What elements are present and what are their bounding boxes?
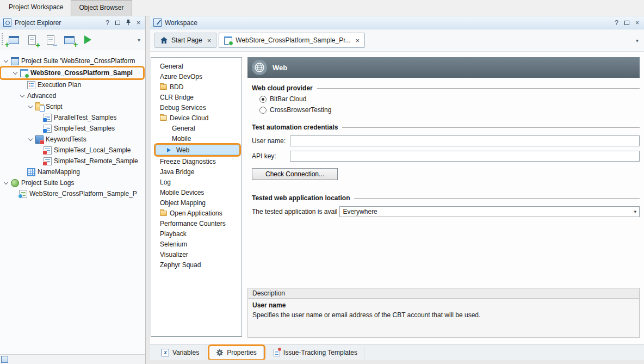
- doc-tab-start-page[interactable]: Start Page ×: [154, 33, 216, 48]
- radio-bitbar-cloud[interactable]: BitBar Cloud: [259, 95, 640, 103]
- bottom-tab-label: Properties: [227, 349, 257, 356]
- props-nav-item-mobile-devices-12[interactable]: Mobile Devices: [151, 187, 242, 198]
- props-nav-item-java-bridge-10[interactable]: Java Bridge: [151, 166, 242, 177]
- bottom-tab-issue-tracking-templates[interactable]: Issue-Tracking Templates: [267, 346, 364, 359]
- window-arrow-icon: [64, 36, 75, 44]
- tree-item-webstore-crossplatform-sample-p[interactable]: WebStore_CrossPlatform_Sample_P: [0, 188, 145, 199]
- tree-item-namemapping[interactable]: NameMapping: [0, 166, 145, 177]
- props-nav-label: CLR Bridge: [160, 94, 194, 101]
- props-nav-item-azure-devops-1[interactable]: Azure DevOps: [151, 71, 242, 82]
- tree-item-label: ParallelTest_Samples: [54, 114, 116, 121]
- document-list-dropdown[interactable]: ▾: [635, 38, 640, 44]
- docked-panel-icon[interactable]: [1, 356, 8, 363]
- tree-item-execution-plan[interactable]: Execution Plan: [0, 79, 145, 90]
- props-nav-item-visualizer-18[interactable]: Visualizer: [151, 249, 242, 260]
- props-nav-item-zephyr-squad-19[interactable]: Zephyr Squad: [151, 260, 242, 270]
- top-tab-object-browser[interactable]: Object Browser: [71, 0, 132, 16]
- props-nav-item-general-0[interactable]: General: [151, 61, 242, 71]
- props-nav-item-performance-counters-15[interactable]: Performance Counters: [151, 218, 242, 229]
- home-icon: [160, 36, 168, 45]
- combobox-value: Everywhere: [343, 208, 377, 215]
- folder-icon: [160, 84, 167, 90]
- tree-item-label: NameMapping: [38, 168, 80, 176]
- props-nav-item-freeze-diagnostics-9[interactable]: Freeze Diagnostics: [151, 156, 242, 166]
- props-nav-item-bdd-2[interactable]: BDD: [151, 82, 242, 92]
- tree-expander-icon[interactable]: [13, 70, 18, 76]
- bottom-tab-properties[interactable]: Properties: [209, 346, 264, 359]
- pin-button[interactable]: [123, 18, 133, 27]
- tree-item-project-suite-webstore-crossplatform[interactable]: Project Suite 'WebStore_CrossPlatform: [0, 55, 145, 66]
- keyword-tests-icon: [35, 135, 44, 144]
- run-icon: [84, 35, 91, 44]
- props-nav-item-web-8[interactable]: Web: [156, 145, 239, 155]
- tree-expander-icon[interactable]: [20, 93, 25, 98]
- radio-crossbrowsertesting[interactable]: CrossBrowserTesting: [259, 106, 640, 114]
- add-existing-item-button[interactable]: [61, 32, 77, 48]
- tree-item-project-suite-logs[interactable]: Project Suite Logs: [0, 177, 145, 188]
- folder-open-icon: [160, 115, 167, 121]
- workspace-bottom-pad: [150, 360, 644, 364]
- tree-expander-icon[interactable]: [3, 58, 9, 64]
- add-project-suite-button[interactable]: [5, 32, 22, 48]
- group-heading-label: Web cloud provider: [252, 84, 313, 92]
- close-icon[interactable]: ×: [207, 36, 212, 45]
- help-button[interactable]: ?: [103, 18, 112, 27]
- workspace-window-controls: ?×: [612, 18, 642, 27]
- bottom-tab-variables[interactable]: Variables: [155, 346, 206, 359]
- add-project-button[interactable]: [24, 32, 40, 48]
- tree-item-simpletest-samples[interactable]: SimpleTest_Samples: [0, 123, 145, 134]
- check-connection-button[interactable]: Check Connection...: [252, 168, 338, 180]
- props-nav-item-selenium-17[interactable]: Selenium: [151, 239, 242, 249]
- group-heading-label: Test automation credentials: [252, 124, 338, 131]
- props-nav-item-general-6[interactable]: General: [151, 123, 242, 133]
- props-nav-item-log-11[interactable]: Log: [151, 177, 242, 187]
- run-project-button[interactable]: [79, 32, 96, 48]
- tree-item-simpletest-remote-sample[interactable]: SimpleTest_Remote_Sample: [0, 156, 145, 166]
- tree-item-webstore-crossplatform-sampl[interactable]: WebStore_CrossPlatform_Sampl: [1, 67, 143, 78]
- props-nav-label: Debug Services: [160, 104, 206, 112]
- help-button[interactable]: ?: [612, 18, 621, 27]
- tree-item-script[interactable]: Script: [0, 101, 145, 112]
- props-nav-item-object-mapping-13[interactable]: Object Mapping: [151, 198, 242, 208]
- tree-item-advanced[interactable]: Advanced: [0, 90, 145, 101]
- bottom-tab-label: Variables: [172, 349, 199, 356]
- toolbar-grip[interactable]: [2, 33, 3, 46]
- props-nav-item-clr-bridge-3[interactable]: CLR Bridge: [151, 92, 242, 102]
- api-key-input[interactable]: [290, 151, 640, 162]
- user-name-input[interactable]: [290, 135, 640, 146]
- tree-item-paralleltest-samples[interactable]: ParallelTest_Samples: [0, 112, 145, 123]
- tree-expander-icon[interactable]: [28, 104, 33, 109]
- workspace-icon: [153, 18, 162, 27]
- top-tab-project-workspace[interactable]: Project Workspace: [1, 0, 71, 16]
- workspace-header: Workspace ?×: [150, 16, 644, 29]
- project-explorer-window-controls: ?×: [103, 18, 143, 27]
- props-nav-label: Object Mapping: [160, 199, 206, 207]
- panel-splitter[interactable]: [146, 16, 150, 364]
- props-nav-item-playback-16[interactable]: Playback: [151, 229, 242, 239]
- props-nav-label: Device Cloud: [170, 114, 208, 122]
- props-nav-label: Playback: [160, 230, 187, 238]
- location-combobox[interactable]: Everywhere ▾: [339, 206, 640, 217]
- props-nav-item-mobile-7[interactable]: Mobile: [151, 133, 242, 144]
- float-button[interactable]: [622, 18, 631, 27]
- props-nav-item-open-applications-14[interactable]: Open Applications: [151, 208, 242, 218]
- props-nav-item-device-cloud-5[interactable]: Device Cloud: [151, 113, 242, 123]
- float-button[interactable]: [113, 18, 122, 27]
- tree-expander-icon[interactable]: [28, 137, 33, 142]
- props-nav-item-debug-services-4[interactable]: Debug Services: [151, 102, 242, 113]
- tree-item-keywordtests[interactable]: KeywordTests: [0, 134, 145, 145]
- location-row: The tested application is avail Everywhe…: [252, 206, 640, 217]
- toolbar-dropdown-button[interactable]: ▾: [136, 37, 142, 43]
- main-area: Project Explorer ?× ▾ Project Suite 'Web…: [0, 16, 644, 364]
- add-item-button[interactable]: [42, 32, 59, 48]
- radio-icon: [259, 107, 267, 114]
- close-button[interactable]: ×: [134, 18, 143, 27]
- tree-item-simpletest-local-sample[interactable]: SimpleTest_Local_Sample: [0, 145, 145, 156]
- props-nav-label: Selenium: [160, 240, 187, 248]
- close-icon[interactable]: ×: [356, 36, 360, 45]
- tree-expander-icon[interactable]: [3, 180, 9, 186]
- close-button[interactable]: ×: [633, 18, 642, 27]
- issue-tracking-icon: [274, 349, 280, 356]
- doc-tab-webstore-crossplatform-sample-pr[interactable]: WebStore_CrossPlatform_Sample_Pr... ×: [219, 33, 365, 48]
- gear-icon: [216, 349, 224, 356]
